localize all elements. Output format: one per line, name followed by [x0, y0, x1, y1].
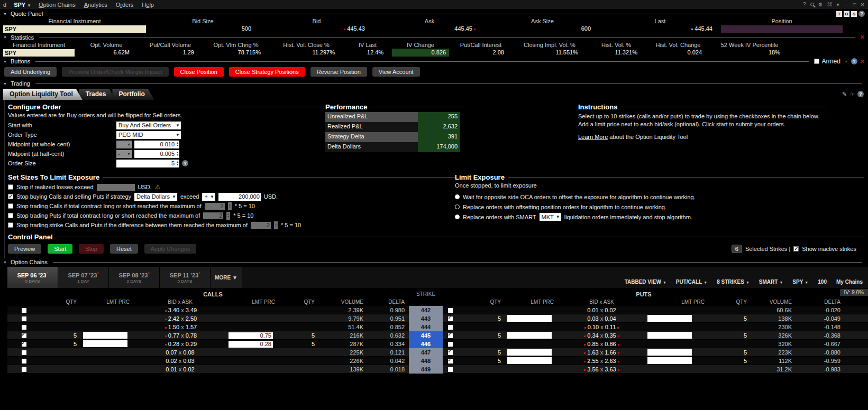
toolbar-8-strikes[interactable]: 8 STRIKES▼	[717, 279, 750, 285]
call-bid-ask[interactable]: 0.07x0.08	[134, 349, 226, 356]
delta-dollars-input[interactable]: 200,000	[218, 193, 261, 201]
search-icon[interactable]	[810, 3, 814, 6]
help-icon[interactable]: ?	[857, 91, 864, 97]
apply-changes-button[interactable]: Apply Changes	[144, 244, 197, 254]
call-checkbox[interactable]	[22, 342, 26, 347]
toolbar-100[interactable]: 100	[818, 279, 827, 285]
more-expiries-button[interactable]: MORE ▼	[211, 267, 242, 288]
radio-button[interactable]	[455, 204, 460, 209]
quote-position-cell[interactable]	[721, 25, 843, 33]
order-size-input[interactable]: 5	[116, 160, 176, 167]
close-strategy-positions-button[interactable]: Close Strategy Positions	[229, 67, 305, 77]
put-bid-ask[interactable]: 0.85x0.86	[558, 341, 645, 347]
call-bid-ask[interactable]: 1.50x1.57	[134, 324, 226, 330]
spinner-icon[interactable]: ▲▼	[226, 212, 230, 220]
?-icon[interactable]: ?	[803, 2, 806, 7]
put-checkbox[interactable]	[448, 359, 453, 364]
put-checkbox[interactable]	[448, 342, 453, 347]
toolbar-put-call[interactable]: PUT/CALL▼	[676, 279, 707, 285]
b-view-icon[interactable]: B	[844, 11, 849, 17]
expiry-tab-sep-11-23[interactable]: SEP 11 '23*5 DAYS	[160, 267, 211, 288]
reset-button[interactable]: Reset	[110, 244, 138, 254]
toolbar-my-chains[interactable]: My Chains	[836, 279, 863, 285]
menu-item-analytics[interactable]: Analytics	[84, 2, 107, 8]
stop-calls-checkbox[interactable]	[8, 203, 13, 209]
put-lmt-prc-input[interactable]	[647, 357, 692, 364]
call-lmt-prc-input[interactable]	[83, 332, 127, 339]
put-checkbox[interactable]	[448, 350, 453, 355]
call-lmt-prc-input[interactable]: 0.28	[229, 341, 273, 348]
help-icon[interactable]: ?	[858, 11, 865, 17]
stats-instrument-cell[interactable]: SPY	[3, 49, 75, 57]
start-with-select[interactable]: Buy And Sell Orders▼	[116, 122, 181, 129]
s-view-icon[interactable]: S	[851, 11, 857, 17]
calls-max-input[interactable]: 2	[205, 203, 225, 210]
t-view-icon[interactable]: T	[836, 11, 842, 17]
put-checkbox[interactable]	[448, 316, 453, 321]
midpoint-whole-sign-select[interactable]: -▼	[116, 141, 132, 148]
pin-icon[interactable]: ▾	[837, 2, 839, 7]
stop-strike-diff-checkbox[interactable]	[8, 222, 13, 228]
toolbar-tabbed-view[interactable]: TABBED VIEW▼	[625, 279, 666, 285]
call-checkbox[interactable]	[22, 367, 26, 372]
call-checkbox[interactable]	[22, 308, 26, 313]
put-lmt-prc-input[interactable]	[647, 332, 692, 339]
help-icon[interactable]: ?	[182, 160, 188, 166]
spinner-icon[interactable]: ▲▼	[274, 221, 278, 229]
put-checkbox[interactable]	[448, 333, 453, 338]
menu-item-option-chains[interactable]: Option Chains	[39, 2, 76, 8]
spinner-icon[interactable]: ▲▼	[176, 141, 179, 148]
call-checkbox[interactable]	[22, 325, 26, 330]
armed-checkbox[interactable]	[814, 59, 819, 64]
call-bid-ask[interactable]: 0.77x0.78	[134, 332, 226, 339]
close-position-button[interactable]: Close Position	[174, 67, 224, 77]
toolbar-spy[interactable]: SPY▼	[792, 279, 808, 285]
close-icon[interactable]: ✕	[860, 58, 865, 65]
add-underlying-button[interactable]: Add Underlying	[4, 67, 57, 77]
reverse-position-button[interactable]: Reverse Position	[310, 67, 367, 77]
stop-losses-checkbox[interactable]	[8, 184, 13, 190]
call-bid-ask[interactable]: 2.42x2.50	[134, 315, 226, 322]
put-bid-ask[interactable]: 0.10x0.11	[558, 324, 645, 330]
gear-icon[interactable]: ⚙	[818, 2, 823, 7]
call-bid-ask[interactable]: 0.28x0.29	[134, 341, 226, 347]
put-lmt-prc-input[interactable]	[647, 349, 692, 356]
view-account-button[interactable]: View Account	[372, 67, 420, 77]
expiry-tab-sep-07-23[interactable]: SEP 07 '23*1 DAY	[58, 267, 109, 288]
close-icon[interactable]: ✕	[861, 2, 865, 7]
put-bid-ask[interactable]: 0.01x0.02	[558, 307, 645, 313]
preview-order-check-margin-impact-button[interactable]: Preview Order/Check Margin Impact	[62, 67, 168, 77]
put-checkbox[interactable]	[448, 367, 453, 372]
menu-item-help[interactable]: Help	[142, 2, 154, 8]
stop-buying-checkbox[interactable]	[8, 194, 13, 199]
call-checkbox[interactable]	[22, 333, 26, 338]
stop-button[interactable]: Stop	[79, 244, 104, 254]
collapse-triangle-icon[interactable]: ▼	[3, 60, 8, 63]
learn-more-link[interactable]: Learn More	[578, 134, 608, 140]
put-bid-ask[interactable]: 0.03x0.04	[558, 315, 645, 322]
put-lmt-prc-input[interactable]	[507, 357, 552, 364]
stop-puts-checkbox[interactable]	[8, 213, 13, 218]
collapse-triangle-icon[interactable]: ▼	[3, 12, 8, 16]
puts-max-input[interactable]: 2	[203, 212, 223, 219]
show-inactive-checkbox[interactable]	[793, 246, 799, 251]
preview-button[interactable]: Preview	[8, 244, 41, 254]
collapse-triangle-icon[interactable]: ▼	[3, 260, 8, 264]
collapse-triangle-icon[interactable]: ▼	[3, 82, 8, 86]
strike-diff-max-input[interactable]: 2	[251, 222, 271, 229]
order-type-select[interactable]: PEG MID▼	[116, 131, 181, 139]
tab-portfolio[interactable]: Portfolio	[112, 89, 154, 100]
symbol-selector[interactable]: SPY ▼	[14, 2, 31, 8]
spinner-icon[interactable]: ▲▼	[176, 160, 179, 167]
put-lmt-prc-input[interactable]	[507, 332, 552, 339]
radio-button[interactable]	[455, 194, 460, 199]
link-icon[interactable]: ⌘	[827, 2, 833, 7]
hand-icon[interactable]: ☞	[843, 58, 848, 65]
put-lmt-prc-input[interactable]	[507, 349, 552, 356]
call-checkbox[interactable]	[22, 359, 26, 364]
expiry-tab-sep-08-23[interactable]: SEP 08 '23*2 DAYS	[109, 267, 160, 288]
expiry-tab-sep-06-23[interactable]: SEP 06 '23*0 DAYS	[7, 267, 58, 288]
menu-item-orders[interactable]: Orders	[116, 2, 134, 8]
close-icon[interactable]: ✕	[860, 34, 865, 41]
tab-trades[interactable]: Trades	[79, 89, 116, 100]
